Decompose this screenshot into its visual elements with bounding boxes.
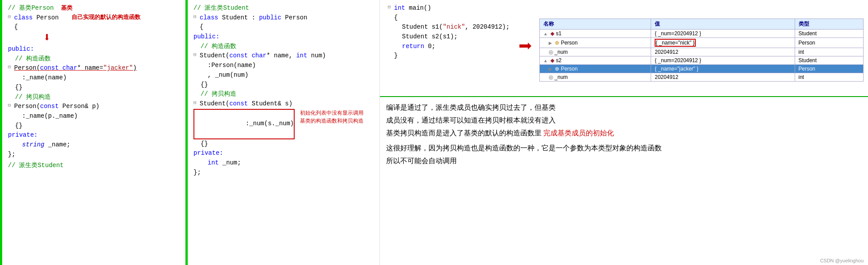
main-line2-text: Student s2(s1); <box>402 32 458 42</box>
main-brace-close: } <box>388 51 510 61</box>
para1-line3: 基类拷贝构造而是进入了基类的默认的构造函数里 完成基类成员的初始化 <box>386 127 862 140</box>
expand-icon[interactable]: ▶ <box>549 41 552 45</box>
type-string: string <box>22 140 44 150</box>
row-name: ▶ ⊕ Person <box>539 64 651 73</box>
row-value-s1-person: { _name="nick" } <box>651 37 795 48</box>
class-student-decl: ⊟ class Student : public Person <box>193 13 375 23</box>
row-value-s2-num: 20204912 <box>651 73 795 81</box>
row-value-s2: { _num=20204912 } <box>651 56 795 64</box>
main-line2: Student s2(s1); <box>388 32 510 42</box>
expand-icon-s2[interactable]: ▲ <box>543 58 548 63</box>
comment-text: // 基类Person <box>8 4 61 13</box>
table-row: ◎ _num 20204912 int <box>539 73 863 81</box>
row-value-s1: { _num=20204912 } <box>651 29 795 37</box>
green-indicator-middle <box>186 0 188 265</box>
expand-icon[interactable]: ▲ <box>543 31 548 36</box>
student-ctor-init1-text: :Person(name) <box>208 61 256 71</box>
row-name: ◎ _num <box>539 48 651 56</box>
brace-open-person: { <box>8 22 181 32</box>
copy-ctor-text: Person(const Person& p) <box>14 102 99 112</box>
copy-ctor-body-row: :_num(s._num) 初始化列表中没有显示调用 基类的构造函数和拷贝构造 <box>193 109 375 139</box>
row-value-s2-person: { _name="jacker" } <box>651 64 795 73</box>
right-top-code: ⊟ int main() { Student s1("nick", 202049… <box>380 0 868 97</box>
var-name-s2: s2 <box>556 57 562 63</box>
student-copy-ctor-sig: ⊟ Student(const Student& s) <box>193 99 375 109</box>
row-type-s1-num: int <box>795 48 864 56</box>
person-icon-s1: ⊕ <box>555 40 559 46</box>
row-type-s2: Student <box>795 56 864 64</box>
main-func-name: main() <box>405 4 431 13</box>
student-copy-body-text: {} <box>201 139 208 149</box>
main-line1: Student s1("nick", 20204912); <box>388 22 510 32</box>
collapse-icon-person[interactable]: ⊟ <box>8 13 13 21</box>
brace-open-student: { <box>193 22 375 32</box>
student-ctor-init2: , _num(num) <box>193 71 375 80</box>
table-row-selected: ▶ ⊕ Person { _name="jacker" } Person <box>539 64 863 73</box>
main-sig-line: ⊟ int main() <box>388 4 510 13</box>
brace-open-student-text: { <box>193 22 203 32</box>
main-brace-open: { <box>388 13 510 23</box>
ctor-init-name: :_name(name) <box>8 73 181 83</box>
copy-ann-line2: 基类的构造函数和拷贝构造 <box>300 118 364 124</box>
expand-icon-s2-person[interactable]: ▶ <box>549 67 552 71</box>
right-bottom-text: 编译是通过了，派生类成员也确实拷贝过去了，但基类 成员没有，通过结果可以知道在拷… <box>380 97 868 265</box>
member-num-student: int _num; <box>193 158 375 168</box>
student-ctor-init2-text: , _num(num) <box>208 71 248 80</box>
public-label-student: public: <box>193 32 375 42</box>
collapse-icon-main[interactable]: ⊟ <box>388 4 393 11</box>
highlight-text: 完成基类成员的初始化 <box>543 129 614 137</box>
main-brace-open-text: { <box>388 13 398 23</box>
collapse-icon-student-copy[interactable]: ⊟ <box>193 99 199 107</box>
row-name: ▲ ◆ s2 <box>539 56 651 64</box>
s2-num-label: _num <box>554 74 568 80</box>
collapse-icon-student-ctor[interactable]: ⊟ <box>193 51 199 59</box>
left-code-panel: // 基类Person 基类 ⊟ class Person 自己实现的默认的构造… <box>0 0 186 265</box>
comment-copy-person: // 拷贝构造 <box>8 93 181 102</box>
comment-copy-student-text: // 拷贝构造 <box>201 90 236 99</box>
comment-derived-middle: // 派生类Student <box>193 4 375 13</box>
copy-ctor-init-text: :_name(p._name) <box>22 112 78 121</box>
collapse-icon-copy[interactable]: ⊟ <box>8 102 13 109</box>
class-end-person: }; <box>8 150 181 160</box>
para2-line2: 所以不可能会自动调用 <box>386 155 862 168</box>
student-ctor-text: Student(const char* name, int num) <box>200 51 326 61</box>
debug-table-header: 名称 值 类型 <box>539 19 863 29</box>
comment-copy-student: // 拷贝构造 <box>193 90 375 99</box>
collapse-icon-student[interactable]: ⊟ <box>193 13 199 21</box>
copy-init-highlight: :_num(s._num) <box>193 109 295 139</box>
class-person-row: ⊟ class Person 自己实现的默认的构造函数 <box>8 13 181 23</box>
member-name-text: _name; <box>44 140 70 150</box>
table-row: ▶ ⊕ Person { _name="nick" } Person <box>539 37 863 48</box>
debug-table: 名称 值 类型 ▲ ◆ s1 <box>539 19 864 82</box>
kw-int-main: int <box>394 4 405 13</box>
person-icon-s2: ⊕ <box>555 66 559 72</box>
ctor-body-text: {} <box>15 83 23 93</box>
row-name: ◎ _num <box>539 73 651 81</box>
var-name-s1: s1 <box>556 30 562 37</box>
kw-return: return <box>402 42 424 52</box>
row-type-s2-person: Person <box>795 64 864 73</box>
table-row: ◎ _num 20204912 int <box>539 48 863 56</box>
copy-ctor-body-text: {} <box>15 121 23 131</box>
private-label-person: private: <box>8 131 181 140</box>
copy-init-text: :_num(s._num) <box>246 120 294 127</box>
row-type-s2-num: int <box>795 73 864 81</box>
main-brace-close-text: } <box>388 51 398 61</box>
green-indicator-left <box>0 0 2 265</box>
copy-ctor-person-sig: ⊟ Person(const Person& p) <box>8 102 181 112</box>
annotation-constructor-text: 自己实现的默认的构造函数 <box>72 14 140 20</box>
row-type-s1-person: Person <box>795 37 864 48</box>
student-ctor-init1: :Person(name) <box>193 61 375 71</box>
copy-ann-line1: 初始化列表中没有显示调用 <box>300 110 364 116</box>
kw-private-student: private: <box>193 149 223 158</box>
student-class-name: Student : <box>222 13 259 23</box>
var-icon: ◆ <box>550 30 554 37</box>
copy-ctor-init: :_name(p._name) <box>8 112 181 121</box>
comment-ctor-student-text: // 构造函数 <box>201 42 236 52</box>
comment-derived-bottom: // 派生类Student <box>8 161 181 171</box>
kw-public-student: public <box>259 13 285 23</box>
student-ctor-body: {} <box>193 80 375 90</box>
collapse-icon-ctor[interactable]: ⊟ <box>8 63 13 71</box>
kw-private-person: private: <box>8 131 38 140</box>
arrow-down-icon: ⬇ <box>43 32 51 45</box>
